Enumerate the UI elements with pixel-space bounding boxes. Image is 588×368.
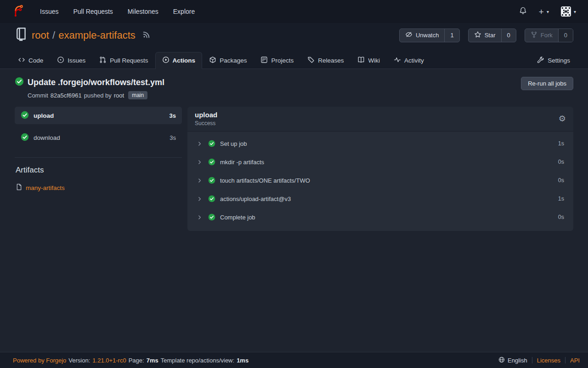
jobs-sidebar: upload 3s download 3s Artifacts xyxy=(15,107,182,231)
job-detail-panel: upload Success ⚙ Set up job 1s xyxy=(187,107,573,231)
run-body: upload 3s download 3s Artifacts xyxy=(15,107,573,231)
gear-icon[interactable]: ⚙ xyxy=(559,115,566,123)
language-selector[interactable]: English xyxy=(498,356,527,364)
rss-icon xyxy=(142,29,150,41)
run-title-block: Update .forgejo/workflows/test.yml Commi… xyxy=(15,77,164,99)
tab-packages[interactable]: Packages xyxy=(202,52,254,69)
job-item-upload[interactable]: upload 3s xyxy=(15,107,182,124)
forks-count[interactable]: 0 xyxy=(558,29,573,42)
branch-badge[interactable]: main xyxy=(128,91,147,99)
tab-activity[interactable]: Activity xyxy=(387,52,431,69)
unwatch-label: Unwatch xyxy=(416,32,439,39)
plus-icon: + xyxy=(539,7,544,16)
step-duration: 0s xyxy=(558,177,564,184)
job-item-download[interactable]: download 3s xyxy=(15,129,182,146)
artifact-name: many-artifacts xyxy=(26,184,65,191)
chevron-right-icon xyxy=(197,178,203,184)
page-time: 7ms xyxy=(147,357,158,364)
artifact-link-many-artifacts[interactable]: many-artifacts xyxy=(16,184,65,192)
repo-tabs: Code Issues Pull Requests Actions xyxy=(0,47,588,69)
tab-settings[interactable]: Settings xyxy=(530,52,577,69)
job-status: Success xyxy=(195,120,217,126)
job-name: download xyxy=(34,134,60,141)
version-label: Version: xyxy=(68,357,90,364)
repo-path-separator: / xyxy=(52,29,55,41)
notifications-button[interactable] xyxy=(519,6,527,17)
job-steps-list: Set up job 1s mkdir -p artifacts 0s xyxy=(187,132,573,231)
star-icon xyxy=(474,31,481,40)
step-row-mkdir[interactable]: mkdir -p artifacts 0s xyxy=(187,153,573,171)
package-icon xyxy=(209,56,216,65)
api-link[interactable]: API xyxy=(570,357,580,364)
pusher-link[interactable]: root xyxy=(114,92,124,99)
fork-button-group: Fork 0 xyxy=(525,29,573,42)
step-duration: 1s xyxy=(558,140,564,147)
watch-button-group: Unwatch 1 xyxy=(399,29,460,42)
tab-projects[interactable]: Projects xyxy=(254,52,300,69)
step-row-upload-artifact-action[interactable]: actions/upload-artifact@v3 1s xyxy=(187,190,573,208)
chevron-down-icon: ▾ xyxy=(547,9,549,14)
success-check-icon xyxy=(208,140,215,147)
job-panel-title-block: upload Success xyxy=(195,111,217,126)
tab-releases[interactable]: Releases xyxy=(300,52,351,69)
chevron-down-icon: ▾ xyxy=(574,9,576,14)
tab-issues[interactable]: Issues xyxy=(50,52,92,69)
tools-icon xyxy=(537,56,544,65)
star-button[interactable]: Star xyxy=(469,29,501,42)
step-row-set-up-job[interactable]: Set up job 1s xyxy=(187,134,573,153)
commit-sha-link[interactable]: 82a5cf6961 xyxy=(51,92,82,99)
footer-info: Powered by Forgejo Version: 1.21.0+1-rc0… xyxy=(13,357,249,364)
star-button-group: Star 0 xyxy=(468,29,516,42)
watchers-count[interactable]: 1 xyxy=(444,29,459,42)
actions-run-view: Update .forgejo/workflows/test.yml Commi… xyxy=(0,69,588,352)
success-check-icon xyxy=(15,77,24,88)
step-duration: 1s xyxy=(558,196,564,202)
navbar-right: + ▾ xyxy=(519,6,576,17)
run-title: Update .forgejo/workflows/test.yml xyxy=(28,78,164,87)
footer: Powered by Forgejo Version: 1.21.0+1-rc0… xyxy=(0,352,588,368)
create-new-dropdown[interactable]: + ▾ xyxy=(539,7,549,16)
footer-divider xyxy=(532,357,532,363)
forgejo-logo[interactable] xyxy=(12,5,24,19)
rss-feed-button[interactable] xyxy=(142,29,150,41)
fork-button[interactable]: Fork xyxy=(525,29,558,42)
unwatch-button[interactable]: Unwatch xyxy=(400,29,445,42)
job-panel-title: upload xyxy=(195,111,217,119)
avatar xyxy=(561,6,571,17)
rerun-all-jobs-button[interactable]: Re-run all jobs xyxy=(521,77,573,90)
footer-divider xyxy=(565,357,565,363)
success-check-icon xyxy=(208,195,215,202)
licenses-link[interactable]: Licenses xyxy=(537,357,560,364)
nav-explore[interactable]: Explore xyxy=(173,8,195,15)
nav-issues[interactable]: Issues xyxy=(40,8,58,15)
tab-actions[interactable]: Actions xyxy=(155,52,203,69)
tab-label: Pull Requests xyxy=(110,57,148,64)
powered-by-link[interactable]: Powered by Forgejo xyxy=(13,357,66,364)
globe-icon xyxy=(498,356,505,364)
user-menu[interactable]: ▾ xyxy=(561,6,576,17)
tab-pull-requests[interactable]: Pull Requests xyxy=(92,52,155,69)
repo-owner-link[interactable]: root xyxy=(32,29,49,41)
repo-name-link[interactable]: example-artifacts xyxy=(58,29,136,41)
run-header: Update .forgejo/workflows/test.yml Commi… xyxy=(15,77,573,99)
code-icon xyxy=(18,56,25,65)
step-name: Set up job xyxy=(220,140,247,147)
fork-icon xyxy=(531,31,537,40)
success-check-icon xyxy=(208,158,215,166)
stars-count[interactable]: 0 xyxy=(501,29,516,42)
tab-label: Code xyxy=(28,57,43,64)
step-row-touch-artifacts[interactable]: touch artifacts/ONE artifacts/TWO 0s xyxy=(187,171,573,190)
tab-wiki[interactable]: Wiki xyxy=(351,52,387,69)
template-time: 1ms xyxy=(237,357,249,364)
tab-code[interactable]: Code xyxy=(11,52,50,69)
nav-pull-requests[interactable]: Pull Requests xyxy=(73,8,113,15)
chevron-right-icon xyxy=(197,141,203,147)
bell-icon xyxy=(519,6,527,17)
step-row-complete-job[interactable]: Complete job 0s xyxy=(187,208,573,226)
step-name: Complete job xyxy=(220,214,255,221)
step-duration: 0s xyxy=(558,159,564,165)
tag-icon xyxy=(307,56,315,65)
nav-milestones[interactable]: Milestones xyxy=(128,8,158,15)
artifacts-heading: Artifacts xyxy=(15,166,182,175)
version-link[interactable]: 1.21.0+1-rc0 xyxy=(92,357,126,364)
